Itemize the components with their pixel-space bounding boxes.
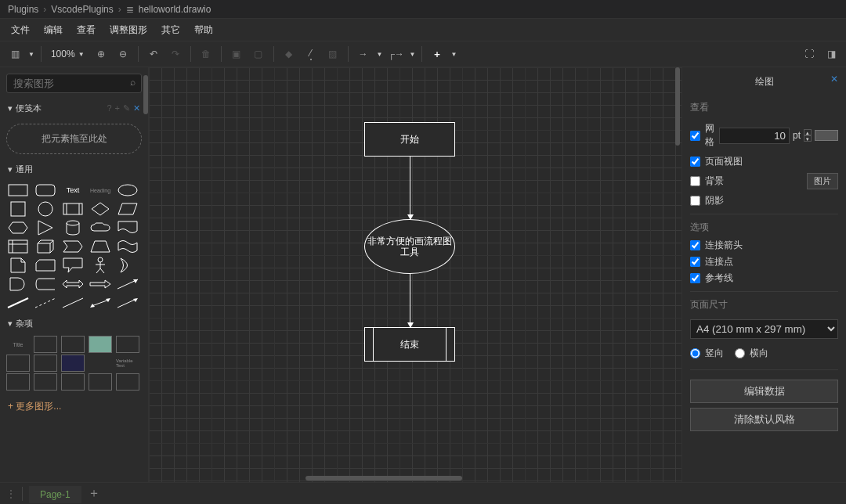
clear-style-button[interactable]: 清除默认风格 <box>690 408 838 431</box>
shape-arrow[interactable] <box>89 275 112 293</box>
chevron-down-icon[interactable]: ▼ <box>28 51 34 58</box>
flowchart-end[interactable]: 结束 <box>364 327 455 362</box>
add-icon[interactable]: ＋ <box>428 45 446 63</box>
shape-cylinder[interactable] <box>61 219 85 236</box>
step-down[interactable]: ▾ <box>804 135 812 142</box>
shape-triangle[interactable] <box>34 219 57 236</box>
shape-arrow-thin[interactable] <box>116 294 139 311</box>
add-icon[interactable]: + <box>115 103 120 113</box>
menu-file[interactable]: 文件 <box>11 23 30 36</box>
undo-icon[interactable]: ↶ <box>145 45 162 63</box>
shape-card[interactable] <box>34 257 57 274</box>
chevron-down-icon[interactable]: ▼ <box>377 51 383 58</box>
edit-data-button[interactable]: 编辑数据 <box>690 380 838 403</box>
shape-cloud[interactable] <box>89 219 112 236</box>
more-shapes-button[interactable]: + 更多图形... <box>0 394 148 419</box>
shape-datastore[interactable] <box>34 275 57 293</box>
background-checkbox[interactable] <box>690 176 700 186</box>
shape-parallelogram[interactable] <box>116 200 139 218</box>
shape-note[interactable] <box>6 257 30 274</box>
shape-arrow-bi-thin[interactable] <box>89 294 112 311</box>
redo-icon[interactable]: ↷ <box>167 45 184 63</box>
to-back-icon[interactable]: ▢ <box>250 45 267 63</box>
shape-tape[interactable] <box>116 238 139 255</box>
chevron-down-icon[interactable]: ▼ <box>409 51 415 58</box>
v-scrollbar[interactable] <box>675 67 680 146</box>
misc-variable-text[interactable]: Variable Text <box>116 355 139 372</box>
menu-edit[interactable]: 编辑 <box>44 23 63 36</box>
grid-color-swatch[interactable] <box>815 130 838 141</box>
misc-item[interactable] <box>116 336 139 353</box>
shape-trapezoid[interactable] <box>89 238 112 255</box>
fullscreen-icon[interactable]: ⛶ <box>801 45 818 63</box>
zoom-in-icon[interactable]: ⊕ <box>92 45 110 63</box>
shape-step[interactable] <box>61 238 85 255</box>
shape-cube[interactable] <box>34 238 57 255</box>
canvas-viewport[interactable]: 开始 非常方便的画流程图 工具 结束 <box>149 67 682 482</box>
grid-checkbox[interactable] <box>690 131 700 141</box>
shape-line-solid[interactable] <box>6 294 30 311</box>
misc-item[interactable] <box>61 355 85 372</box>
flowchart-process[interactable]: 非常方便的画流程图 工具 <box>364 219 455 274</box>
menu-shape[interactable]: 调整图形 <box>110 23 147 36</box>
shape-arrow-bi[interactable] <box>61 275 85 293</box>
close-icon[interactable]: ✕ <box>133 103 140 113</box>
shape-or[interactable] <box>116 257 139 274</box>
flowchart-edge[interactable] <box>410 157 410 219</box>
fill-color-icon[interactable]: ◆ <box>280 45 298 63</box>
misc-item[interactable] <box>6 355 30 372</box>
shape-line-dash[interactable] <box>34 294 57 311</box>
shape-process[interactable] <box>61 200 85 218</box>
shape-rect[interactable] <box>6 182 30 199</box>
collapse-icon[interactable]: ▾ <box>8 164 13 174</box>
crumb-file[interactable]: helloworld.drawio <box>139 4 212 15</box>
shape-rounded[interactable] <box>34 182 57 199</box>
menu-other[interactable]: 其它 <box>161 23 180 36</box>
sidebar-toggle-icon[interactable]: ▥ <box>6 45 24 63</box>
guides-checkbox[interactable] <box>690 273 700 283</box>
search-icon[interactable]: ⌕ <box>130 77 136 88</box>
shape-and[interactable] <box>6 275 30 293</box>
crumb-plugins[interactable]: Plugins <box>8 4 38 15</box>
collapse-icon[interactable]: ▾ <box>8 319 13 328</box>
menu-view[interactable]: 查看 <box>77 23 96 36</box>
misc-item[interactable] <box>34 336 57 353</box>
format-panel-icon[interactable]: ◨ <box>822 45 840 63</box>
h-scrollbar[interactable] <box>306 476 462 481</box>
close-icon[interactable]: ✕ <box>830 74 838 85</box>
add-page-button[interactable]: ＋ <box>88 485 100 502</box>
connection-icon[interactable]: → <box>355 45 372 63</box>
chevron-down-icon[interactable]: ▼ <box>450 51 457 58</box>
help-icon[interactable]: ? <box>107 103 111 113</box>
misc-title[interactable]: Title <box>6 336 30 353</box>
misc-item[interactable] <box>34 373 57 391</box>
shape-diamond[interactable] <box>89 200 112 218</box>
shape-hexagon[interactable] <box>6 219 30 236</box>
delete-icon[interactable]: 🗑 <box>197 45 215 63</box>
shape-document[interactable] <box>116 219 139 236</box>
shape-heading[interactable]: Heading <box>89 182 112 199</box>
shape-ellipse[interactable] <box>116 182 139 199</box>
tab-page1[interactable]: Page-1 <box>29 484 81 503</box>
misc-item[interactable] <box>89 355 112 372</box>
search-input[interactable] <box>6 74 142 93</box>
misc-item[interactable] <box>34 355 57 372</box>
shape-callout[interactable] <box>61 257 85 274</box>
collapse-icon[interactable]: ▾ <box>8 103 13 113</box>
background-image-button[interactable]: 图片 <box>807 173 838 189</box>
landscape-radio[interactable] <box>735 348 745 358</box>
misc-item[interactable] <box>116 373 139 391</box>
shape-circle[interactable] <box>34 200 57 218</box>
shape-square[interactable] <box>6 200 30 218</box>
shape-text[interactable]: Text <box>61 182 85 199</box>
edit-icon[interactable]: ✎ <box>123 103 130 113</box>
step-up[interactable]: ▴ <box>804 129 812 135</box>
shape-link[interactable] <box>116 275 139 293</box>
zoom-out-icon[interactable]: ⊖ <box>114 45 132 63</box>
points-checkbox[interactable] <box>690 257 700 267</box>
flowchart-start[interactable]: 开始 <box>364 122 455 157</box>
shape-actor[interactable] <box>89 257 112 274</box>
zoom-select[interactable]: 100% ▼ <box>48 49 88 59</box>
shape-line-thin[interactable] <box>61 294 85 311</box>
pageview-checkbox[interactable] <box>690 157 700 167</box>
